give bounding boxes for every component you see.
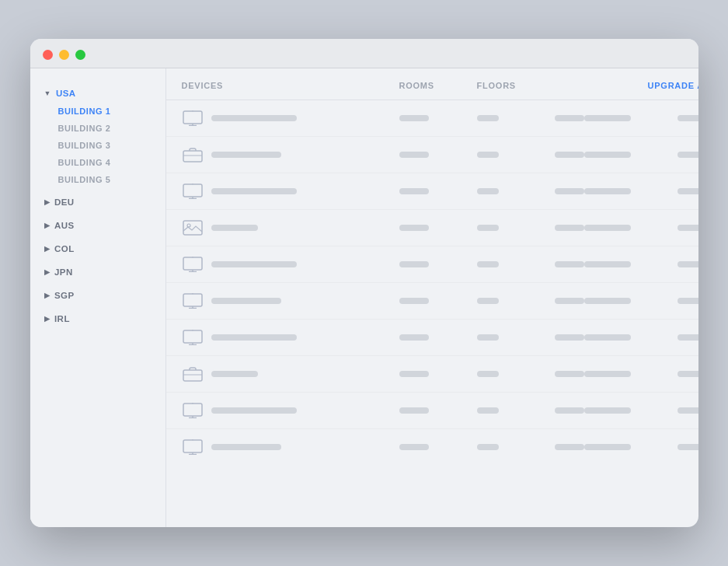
- data-cell-5: [677, 444, 698, 450]
- data-cell-5: [677, 152, 698, 158]
- country-label: COL: [54, 244, 75, 253]
- skeleton-label: [211, 261, 297, 267]
- sidebar-group-usa: ▼USABUILDING 1BUILDING 2BUILDING 3BUILDI…: [30, 84, 165, 188]
- skeleton: [584, 261, 631, 267]
- header-cell-0: DEVICES: [182, 81, 399, 90]
- skeleton: [584, 407, 631, 414]
- data-cell-2: [477, 225, 555, 231]
- skeleton: [477, 115, 499, 121]
- skeleton: [555, 261, 584, 267]
- sidebar-building-building-5[interactable]: BUILDING 5: [30, 171, 165, 188]
- skeleton: [677, 115, 698, 121]
- monitor-icon: [182, 329, 204, 346]
- sidebar-country-aus[interactable]: ▶AUS: [30, 216, 165, 235]
- data-cell-5: [677, 298, 698, 304]
- skeleton: [477, 444, 499, 450]
- data-cell-5: [677, 261, 698, 267]
- data-cell-2: [477, 371, 555, 377]
- device-cell: [182, 146, 399, 163]
- skeleton: [477, 188, 499, 194]
- data-cell-5: [677, 188, 698, 194]
- sidebar-building-building-2[interactable]: BUILDING 2: [30, 120, 165, 137]
- data-cell-3: [555, 225, 584, 231]
- data-cell-3: [555, 152, 584, 158]
- skeleton: [555, 371, 584, 377]
- data-cell-2: [477, 152, 555, 158]
- sidebar-building-building-3[interactable]: BUILDING 3: [30, 137, 165, 154]
- sidebar-country-irl[interactable]: ▶IRL: [30, 309, 165, 328]
- skeleton: [555, 225, 584, 231]
- sidebar-country-col[interactable]: ▶COL: [30, 239, 165, 258]
- table-row: [166, 320, 698, 356]
- skeleton-label: [211, 444, 281, 450]
- skeleton: [399, 407, 429, 414]
- data-cell-5: [677, 407, 698, 414]
- sidebar-building-building-1[interactable]: BUILDING 1: [30, 103, 165, 120]
- data-cell-3: [555, 407, 584, 414]
- header-cell-2: FLOORS: [477, 81, 555, 90]
- table-row: [166, 173, 698, 210]
- device-cell: [182, 329, 399, 346]
- svg-point-11: [187, 224, 190, 227]
- svg-rect-30: [183, 440, 202, 452]
- svg-rect-26: [183, 404, 202, 416]
- data-cell-5: [677, 334, 698, 341]
- skeleton: [399, 444, 429, 450]
- briefcase-icon: [182, 146, 204, 163]
- header-cell-5[interactable]: UPGRADE ALL: [648, 81, 698, 90]
- sidebar-country-sgp[interactable]: ▶SGP: [30, 286, 165, 305]
- country-label: SGP: [54, 291, 75, 300]
- skeleton: [584, 188, 631, 194]
- skeleton: [584, 334, 631, 341]
- skeleton: [555, 334, 584, 341]
- sidebar-country-deu[interactable]: ▶DEU: [30, 193, 165, 211]
- skeleton: [584, 298, 631, 304]
- device-cell: [182, 183, 399, 200]
- image-icon: [182, 219, 204, 236]
- skeleton: [477, 261, 499, 267]
- data-cell-4: [584, 152, 677, 158]
- data-cell-5: [677, 371, 698, 377]
- svg-point-15: [192, 257, 193, 258]
- data-cell-4: [584, 334, 677, 341]
- skeleton: [477, 407, 499, 414]
- country-label: AUS: [54, 221, 75, 230]
- monitor-icon: [182, 256, 204, 273]
- maximize-button[interactable]: [75, 50, 85, 60]
- data-cell-2: [477, 444, 555, 450]
- skeleton: [555, 188, 584, 194]
- sidebar-country-usa[interactable]: ▼USA: [30, 84, 165, 103]
- expand-arrow: ▶: [44, 315, 50, 323]
- sidebar-building-building-4[interactable]: BUILDING 4: [30, 154, 165, 171]
- data-cell-5: [677, 115, 698, 121]
- close-button[interactable]: [43, 50, 53, 60]
- minimize-button[interactable]: [59, 50, 69, 60]
- header-cell-1: ROOMS: [399, 81, 477, 90]
- device-cell: [182, 256, 399, 273]
- svg-rect-6: [183, 184, 202, 197]
- svg-rect-0: [183, 111, 202, 124]
- skeleton: [677, 188, 698, 194]
- svg-point-33: [192, 439, 193, 441]
- sidebar-group-aus: ▶AUS: [30, 216, 165, 235]
- skeleton: [584, 225, 631, 231]
- data-cell-3: [555, 371, 584, 377]
- expand-arrow: ▶: [44, 245, 50, 253]
- svg-point-9: [192, 183, 193, 185]
- svg-rect-4: [183, 151, 202, 162]
- data-cell-3: [555, 261, 584, 267]
- country-label: JPN: [54, 267, 73, 277]
- data-cell-2: [477, 298, 555, 304]
- skeleton: [584, 444, 631, 450]
- svg-rect-12: [183, 257, 202, 270]
- sidebar-group-sgp: ▶SGP: [30, 286, 165, 305]
- data-cell-1: [399, 225, 477, 231]
- device-cell: [182, 110, 399, 127]
- data-cell-1: [399, 334, 477, 341]
- skeleton: [677, 334, 698, 341]
- skeleton: [399, 334, 429, 341]
- sidebar-country-jpn[interactable]: ▶JPN: [30, 263, 165, 281]
- skeleton-label: [211, 225, 258, 231]
- monitor-icon: [182, 438, 204, 456]
- skeleton: [677, 298, 698, 304]
